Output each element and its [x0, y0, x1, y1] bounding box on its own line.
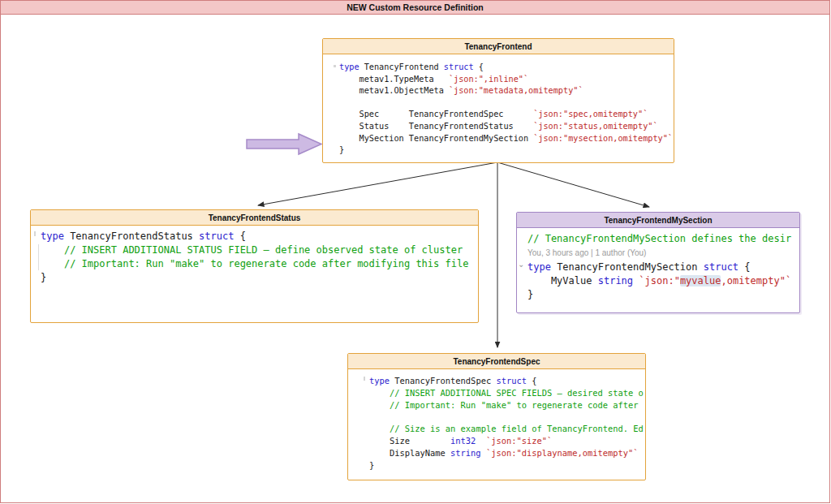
chevron-down-icon: ⌄	[518, 261, 524, 269]
indent-guide	[38, 244, 39, 270]
node-title: TenancyFrontendStatus	[31, 210, 478, 226]
fold-marker	[364, 377, 365, 381]
fold-marker	[334, 65, 336, 67]
node-tenancy-frontend-status: TenancyFrontendStatus type TenancyFronte…	[30, 209, 479, 323]
code-block-tenancy-frontend-mysection: // TenancyFrontendMySection defines the …	[517, 228, 799, 302]
code-block-tenancy-frontend: type TenancyFrontend struct { metav1.Typ…	[323, 54, 674, 157]
block-arrow-right-icon	[247, 134, 321, 154]
title-bar: NEW Custom Resource Definition	[1, 1, 829, 15]
node-title: TenancyFrontendSpec	[348, 354, 645, 369]
node-title: TenancyFrontendMySection	[517, 213, 799, 228]
node-tenancy-frontend-spec: TenancyFrontendSpec type TenancyFrontend…	[347, 353, 646, 480]
code-block-tenancy-frontend-spec: type TenancyFrontendSpec struct { // INS…	[348, 369, 645, 471]
code-block-tenancy-frontend-status: type TenancyFrontendStatus struct { // I…	[31, 226, 478, 285]
node-tenancy-frontend: TenancyFrontend type TenancyFrontend str…	[322, 38, 674, 163]
arrow-to-mysection	[497, 162, 649, 207]
node-title: TenancyFrontend	[323, 39, 674, 54]
arrow-to-status	[258, 162, 497, 205]
page-title: NEW Custom Resource Definition	[347, 2, 484, 12]
crd-diagram-canvas: NEW Custom Resource Definition TenancyFr…	[0, 0, 830, 503]
fold-marker	[34, 231, 36, 236]
node-tenancy-frontend-mysection: TenancyFrontendMySection // TenancyFront…	[516, 212, 800, 313]
